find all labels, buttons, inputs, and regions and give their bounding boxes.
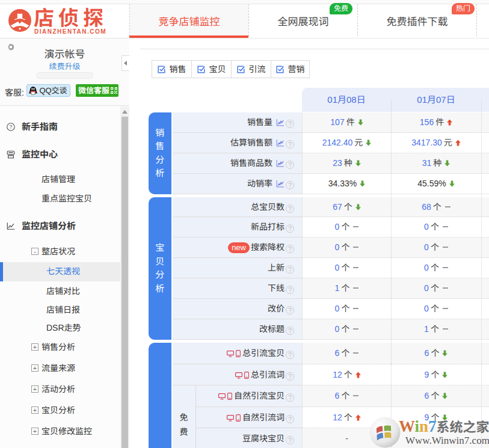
svg-text:?: ? xyxy=(10,124,13,130)
